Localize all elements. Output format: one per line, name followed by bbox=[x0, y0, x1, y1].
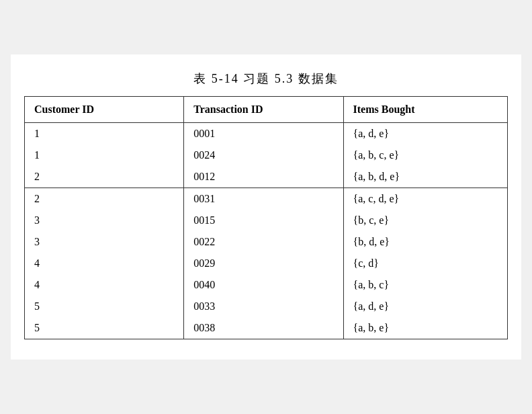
transaction-id: 0022 bbox=[184, 231, 343, 253]
transaction-id: 0029 bbox=[184, 253, 343, 274]
transaction-id: 0024 bbox=[184, 144, 343, 166]
table-row: 4 0029 {c, d} bbox=[25, 253, 508, 274]
customer-id: 5 bbox=[25, 296, 184, 317]
items-bought: {a, b, c} bbox=[343, 274, 507, 296]
items-bought: {a, b, d, e} bbox=[343, 166, 507, 188]
items-bought: {b, d, e} bbox=[343, 231, 507, 253]
customer-id: 4 bbox=[25, 274, 184, 296]
header-customer: Customer ID bbox=[25, 97, 184, 123]
header-transaction: Transaction ID bbox=[184, 97, 343, 123]
items-bought: {a, b, e} bbox=[343, 317, 507, 339]
table-row: 4 0040 {a, b, c} bbox=[25, 274, 508, 296]
items-bought: {a, c, d, e} bbox=[343, 188, 507, 210]
transaction-id: 0012 bbox=[184, 166, 343, 188]
table-title: 表 5-14 习题 5.3 数据集 bbox=[24, 71, 508, 87]
customer-id: 5 bbox=[25, 317, 184, 339]
items-bought: {a, d, e} bbox=[343, 296, 507, 317]
customer-id: 2 bbox=[25, 188, 184, 210]
customer-id: 4 bbox=[25, 253, 184, 274]
items-bought: {c, d} bbox=[343, 253, 507, 274]
table-row: 5 0038 {a, b, e} bbox=[25, 317, 508, 339]
transaction-id: 0033 bbox=[184, 296, 343, 317]
header-row: Customer ID Transaction ID Items Bought bbox=[25, 97, 508, 123]
table-row: 1 0024 {a, b, c, e} bbox=[25, 144, 508, 166]
items-bought: {a, b, c, e} bbox=[343, 144, 507, 166]
transaction-id: 0015 bbox=[184, 210, 343, 231]
transaction-id: 0038 bbox=[184, 317, 343, 339]
items-bought: {a, d, e} bbox=[343, 123, 507, 145]
customer-id: 3 bbox=[25, 210, 184, 231]
customer-id: 2 bbox=[25, 166, 184, 188]
customer-id: 1 bbox=[25, 144, 184, 166]
items-bought: {b, c, e} bbox=[343, 210, 507, 231]
table-row: 2 0012 {a, b, d, e} bbox=[25, 166, 508, 188]
customer-id: 1 bbox=[25, 123, 184, 145]
table-row: 5 0033 {a, d, e} bbox=[25, 296, 508, 317]
table-row: 3 0022 {b, d, e} bbox=[25, 231, 508, 253]
transaction-id: 0031 bbox=[184, 188, 343, 210]
transaction-id: 0040 bbox=[184, 274, 343, 296]
page-container: 表 5-14 习题 5.3 数据集 Customer ID Transactio… bbox=[11, 54, 521, 360]
data-table: Customer ID Transaction ID Items Bought … bbox=[24, 96, 508, 339]
table-row: 2 0031 {a, c, d, e} bbox=[25, 188, 508, 210]
table-row: 3 0015 {b, c, e} bbox=[25, 210, 508, 231]
header-items: Items Bought bbox=[343, 97, 507, 123]
customer-id: 3 bbox=[25, 231, 184, 253]
table-row: 1 0001 {a, d, e} bbox=[25, 123, 508, 145]
transaction-id: 0001 bbox=[184, 123, 343, 145]
